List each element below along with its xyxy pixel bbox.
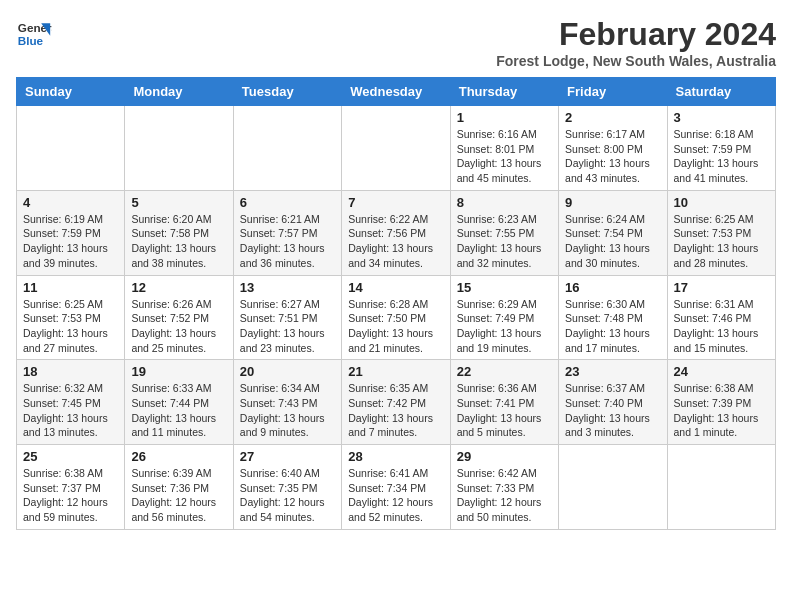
day-info-4-4: Sunrise: 6:42 AM Sunset: 7:33 PM Dayligh… xyxy=(457,466,552,525)
day-cell-4-2: 27Sunrise: 6:40 AM Sunset: 7:35 PM Dayli… xyxy=(233,445,341,530)
day-cell-4-6 xyxy=(667,445,775,530)
day-cell-0-2 xyxy=(233,106,341,191)
day-number-3-4: 22 xyxy=(457,364,552,379)
day-number-1-3: 7 xyxy=(348,195,443,210)
day-info-2-0: Sunrise: 6:25 AM Sunset: 7:53 PM Dayligh… xyxy=(23,297,118,356)
day-cell-3-4: 22Sunrise: 6:36 AM Sunset: 7:41 PM Dayli… xyxy=(450,360,558,445)
day-cell-3-0: 18Sunrise: 6:32 AM Sunset: 7:45 PM Dayli… xyxy=(17,360,125,445)
day-info-1-3: Sunrise: 6:22 AM Sunset: 7:56 PM Dayligh… xyxy=(348,212,443,271)
day-number-1-4: 8 xyxy=(457,195,552,210)
day-info-2-2: Sunrise: 6:27 AM Sunset: 7:51 PM Dayligh… xyxy=(240,297,335,356)
day-number-2-2: 13 xyxy=(240,280,335,295)
day-info-1-5: Sunrise: 6:24 AM Sunset: 7:54 PM Dayligh… xyxy=(565,212,660,271)
day-cell-1-2: 6Sunrise: 6:21 AM Sunset: 7:57 PM Daylig… xyxy=(233,190,341,275)
calendar-header: Sunday Monday Tuesday Wednesday Thursday… xyxy=(17,78,776,106)
day-number-2-3: 14 xyxy=(348,280,443,295)
logo: General Blue xyxy=(16,16,52,52)
day-info-3-2: Sunrise: 6:34 AM Sunset: 7:43 PM Dayligh… xyxy=(240,381,335,440)
day-info-3-0: Sunrise: 6:32 AM Sunset: 7:45 PM Dayligh… xyxy=(23,381,118,440)
day-info-0-6: Sunrise: 6:18 AM Sunset: 7:59 PM Dayligh… xyxy=(674,127,769,186)
header-wednesday: Wednesday xyxy=(342,78,450,106)
day-cell-4-5 xyxy=(559,445,667,530)
day-number-1-6: 10 xyxy=(674,195,769,210)
day-number-3-2: 20 xyxy=(240,364,335,379)
header-monday: Monday xyxy=(125,78,233,106)
calendar-table: Sunday Monday Tuesday Wednesday Thursday… xyxy=(16,77,776,530)
day-info-3-1: Sunrise: 6:33 AM Sunset: 7:44 PM Dayligh… xyxy=(131,381,226,440)
day-cell-0-0 xyxy=(17,106,125,191)
day-cell-0-5: 2Sunrise: 6:17 AM Sunset: 8:00 PM Daylig… xyxy=(559,106,667,191)
day-number-4-0: 25 xyxy=(23,449,118,464)
day-cell-1-3: 7Sunrise: 6:22 AM Sunset: 7:56 PM Daylig… xyxy=(342,190,450,275)
day-number-2-1: 12 xyxy=(131,280,226,295)
day-number-1-0: 4 xyxy=(23,195,118,210)
header-thursday: Thursday xyxy=(450,78,558,106)
day-number-3-0: 18 xyxy=(23,364,118,379)
day-info-4-0: Sunrise: 6:38 AM Sunset: 7:37 PM Dayligh… xyxy=(23,466,118,525)
day-cell-3-6: 24Sunrise: 6:38 AM Sunset: 7:39 PM Dayli… xyxy=(667,360,775,445)
day-number-0-5: 2 xyxy=(565,110,660,125)
day-cell-0-3 xyxy=(342,106,450,191)
day-info-3-5: Sunrise: 6:37 AM Sunset: 7:40 PM Dayligh… xyxy=(565,381,660,440)
day-number-2-0: 11 xyxy=(23,280,118,295)
header: General Blue February 2024 Forest Lodge,… xyxy=(16,16,776,69)
day-number-4-2: 27 xyxy=(240,449,335,464)
day-cell-4-0: 25Sunrise: 6:38 AM Sunset: 7:37 PM Dayli… xyxy=(17,445,125,530)
day-number-3-6: 24 xyxy=(674,364,769,379)
day-number-0-4: 1 xyxy=(457,110,552,125)
day-number-3-5: 23 xyxy=(565,364,660,379)
day-info-1-1: Sunrise: 6:20 AM Sunset: 7:58 PM Dayligh… xyxy=(131,212,226,271)
day-info-2-5: Sunrise: 6:30 AM Sunset: 7:48 PM Dayligh… xyxy=(565,297,660,356)
day-number-2-4: 15 xyxy=(457,280,552,295)
day-cell-3-1: 19Sunrise: 6:33 AM Sunset: 7:44 PM Dayli… xyxy=(125,360,233,445)
day-cell-2-1: 12Sunrise: 6:26 AM Sunset: 7:52 PM Dayli… xyxy=(125,275,233,360)
day-cell-2-3: 14Sunrise: 6:28 AM Sunset: 7:50 PM Dayli… xyxy=(342,275,450,360)
day-number-1-5: 9 xyxy=(565,195,660,210)
day-cell-1-0: 4Sunrise: 6:19 AM Sunset: 7:59 PM Daylig… xyxy=(17,190,125,275)
day-number-0-6: 3 xyxy=(674,110,769,125)
day-number-2-5: 16 xyxy=(565,280,660,295)
day-cell-3-3: 21Sunrise: 6:35 AM Sunset: 7:42 PM Dayli… xyxy=(342,360,450,445)
day-info-0-5: Sunrise: 6:17 AM Sunset: 8:00 PM Dayligh… xyxy=(565,127,660,186)
calendar-body: 1Sunrise: 6:16 AM Sunset: 8:01 PM Daylig… xyxy=(17,106,776,530)
day-cell-1-6: 10Sunrise: 6:25 AM Sunset: 7:53 PM Dayli… xyxy=(667,190,775,275)
weekday-header-row: Sunday Monday Tuesday Wednesday Thursday… xyxy=(17,78,776,106)
day-info-1-0: Sunrise: 6:19 AM Sunset: 7:59 PM Dayligh… xyxy=(23,212,118,271)
week-row-1: 4Sunrise: 6:19 AM Sunset: 7:59 PM Daylig… xyxy=(17,190,776,275)
day-cell-2-4: 15Sunrise: 6:29 AM Sunset: 7:49 PM Dayli… xyxy=(450,275,558,360)
day-info-4-3: Sunrise: 6:41 AM Sunset: 7:34 PM Dayligh… xyxy=(348,466,443,525)
day-info-4-1: Sunrise: 6:39 AM Sunset: 7:36 PM Dayligh… xyxy=(131,466,226,525)
month-year-title: February 2024 xyxy=(496,16,776,53)
day-number-4-3: 28 xyxy=(348,449,443,464)
day-cell-2-0: 11Sunrise: 6:25 AM Sunset: 7:53 PM Dayli… xyxy=(17,275,125,360)
day-info-2-1: Sunrise: 6:26 AM Sunset: 7:52 PM Dayligh… xyxy=(131,297,226,356)
day-number-4-4: 29 xyxy=(457,449,552,464)
day-number-1-1: 5 xyxy=(131,195,226,210)
week-row-2: 11Sunrise: 6:25 AM Sunset: 7:53 PM Dayli… xyxy=(17,275,776,360)
logo-icon: General Blue xyxy=(16,16,52,52)
day-cell-2-5: 16Sunrise: 6:30 AM Sunset: 7:48 PM Dayli… xyxy=(559,275,667,360)
day-number-4-1: 26 xyxy=(131,449,226,464)
day-cell-2-6: 17Sunrise: 6:31 AM Sunset: 7:46 PM Dayli… xyxy=(667,275,775,360)
day-info-2-6: Sunrise: 6:31 AM Sunset: 7:46 PM Dayligh… xyxy=(674,297,769,356)
day-cell-4-4: 29Sunrise: 6:42 AM Sunset: 7:33 PM Dayli… xyxy=(450,445,558,530)
day-cell-1-5: 9Sunrise: 6:24 AM Sunset: 7:54 PM Daylig… xyxy=(559,190,667,275)
day-info-2-4: Sunrise: 6:29 AM Sunset: 7:49 PM Dayligh… xyxy=(457,297,552,356)
day-number-2-6: 17 xyxy=(674,280,769,295)
day-info-2-3: Sunrise: 6:28 AM Sunset: 7:50 PM Dayligh… xyxy=(348,297,443,356)
header-tuesday: Tuesday xyxy=(233,78,341,106)
day-cell-2-2: 13Sunrise: 6:27 AM Sunset: 7:51 PM Dayli… xyxy=(233,275,341,360)
day-cell-0-4: 1Sunrise: 6:16 AM Sunset: 8:01 PM Daylig… xyxy=(450,106,558,191)
day-info-1-6: Sunrise: 6:25 AM Sunset: 7:53 PM Dayligh… xyxy=(674,212,769,271)
header-sunday: Sunday xyxy=(17,78,125,106)
day-info-0-4: Sunrise: 6:16 AM Sunset: 8:01 PM Dayligh… xyxy=(457,127,552,186)
day-cell-4-3: 28Sunrise: 6:41 AM Sunset: 7:34 PM Dayli… xyxy=(342,445,450,530)
day-cell-0-6: 3Sunrise: 6:18 AM Sunset: 7:59 PM Daylig… xyxy=(667,106,775,191)
day-info-3-6: Sunrise: 6:38 AM Sunset: 7:39 PM Dayligh… xyxy=(674,381,769,440)
day-info-4-2: Sunrise: 6:40 AM Sunset: 7:35 PM Dayligh… xyxy=(240,466,335,525)
day-number-3-3: 21 xyxy=(348,364,443,379)
day-cell-3-2: 20Sunrise: 6:34 AM Sunset: 7:43 PM Dayli… xyxy=(233,360,341,445)
day-cell-1-1: 5Sunrise: 6:20 AM Sunset: 7:58 PM Daylig… xyxy=(125,190,233,275)
title-area: February 2024 Forest Lodge, New South Wa… xyxy=(496,16,776,69)
day-info-1-2: Sunrise: 6:21 AM Sunset: 7:57 PM Dayligh… xyxy=(240,212,335,271)
